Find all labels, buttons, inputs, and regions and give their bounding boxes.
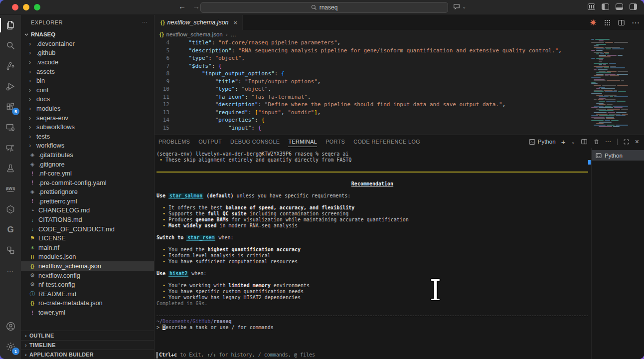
workspace-root-row[interactable]: RNASEQ bbox=[21, 29, 154, 39]
folder-item-tests[interactable]: ›tests bbox=[21, 132, 154, 141]
panel-more-actions-icon[interactable]: ⋯ bbox=[605, 138, 612, 145]
navigate-forward-button[interactable]: → bbox=[192, 2, 200, 10]
activitybar-remote-explorer[interactable] bbox=[0, 117, 21, 138]
tab-nextflow-schema[interactable]: { } nextflow_schema.json × bbox=[155, 15, 243, 30]
file-item-modules.json[interactable]: {}modules.json bbox=[21, 252, 154, 262]
terminal-line: Use hisat2 when: bbox=[157, 271, 588, 277]
minimize-window-button[interactable] bbox=[23, 4, 29, 10]
toggle-panel-icon[interactable] bbox=[616, 3, 623, 10]
file-item-CITATIONS.md[interactable]: ↓CITATIONS.md bbox=[21, 215, 154, 224]
terminal-shell-label[interactable]: Python bbox=[529, 139, 556, 145]
zoom-window-button[interactable] bbox=[34, 4, 40, 10]
file-item-tower.yml[interactable]: !tower.yml bbox=[21, 308, 154, 317]
file-item-.prettierrc.yml[interactable]: !.prettierrc.yml bbox=[21, 196, 154, 206]
command-center-search[interactable]: rnaseq bbox=[200, 2, 448, 13]
nf-core-schema-icon[interactable] bbox=[589, 18, 597, 26]
file-item-CHANGELOG.md[interactable]: ◔CHANGELOG.md bbox=[21, 206, 154, 215]
line-number: 9 bbox=[155, 78, 169, 86]
activitybar-source-control[interactable] bbox=[0, 56, 21, 76]
sidebar-section-timeline[interactable]: ›TIMELINE bbox=[21, 340, 154, 350]
folder-item-workflows[interactable]: ›workflows bbox=[21, 141, 154, 151]
code-editor[interactable]: 4 "title": "nf-core/rnaseq pipeline para… bbox=[155, 39, 644, 135]
file-label: .prettierignore bbox=[38, 188, 78, 195]
folder-item-bin[interactable]: ›bin bbox=[21, 76, 154, 85]
panel-tab-ports[interactable]: PORTS bbox=[325, 136, 345, 147]
folder-item-vscode[interactable]: ›.vscode bbox=[21, 57, 154, 67]
activitybar-chat[interactable] bbox=[0, 138, 21, 158]
terminal-help-line: Ctrl+c to Exit, ↑/↓ for history, / comma… bbox=[157, 352, 588, 359]
file-item-README.md[interactable]: ⓘREADME.md bbox=[21, 289, 154, 299]
new-terminal-button[interactable]: + bbox=[561, 138, 566, 146]
file-item-.pre-commit-config.yaml[interactable]: !.pre-commit-config.yaml bbox=[21, 178, 154, 187]
panel-tab-code-reference-log[interactable]: CODE REFERENCE LOG bbox=[353, 136, 420, 147]
close-panel-icon[interactable]: × bbox=[635, 138, 639, 146]
activitybar-more[interactable]: ⋯ bbox=[0, 260, 21, 281]
file-item-.gitattributes[interactable]: ◈.gitattributes bbox=[21, 150, 154, 160]
activitybar-run-debug[interactable] bbox=[0, 76, 21, 97]
outline-grid-icon[interactable] bbox=[604, 19, 611, 26]
customize-layout-icon[interactable] bbox=[588, 3, 595, 10]
file-item-LICENSE[interactable]: ⚑LICENSE bbox=[21, 233, 154, 243]
explorer-more-actions[interactable]: ⋯ bbox=[142, 19, 148, 25]
line-number: 11 bbox=[155, 93, 169, 101]
folder-item-subworkflows[interactable]: ›subworkflows bbox=[21, 122, 154, 132]
kill-terminal-icon[interactable] bbox=[593, 138, 600, 145]
activitybar-explorer[interactable] bbox=[0, 15, 21, 35]
file-item-CODE_OF_CONDUCT.md[interactable]: ↓CODE_OF_CONDUCT.md bbox=[21, 224, 154, 234]
minimap[interactable] bbox=[590, 39, 628, 135]
navigate-back-button[interactable]: ← bbox=[178, 2, 186, 10]
folder-item-docs[interactable]: ›docs bbox=[21, 95, 154, 104]
panel-tab-problems[interactable]: PROBLEMS bbox=[159, 136, 190, 147]
code-line-11: 11 "fa_icon": "fas fa-terminal", bbox=[155, 93, 644, 101]
split-editor-icon[interactable] bbox=[618, 19, 625, 26]
folder-item-conf[interactable]: ›conf bbox=[21, 85, 154, 95]
activitybar-aws[interactable]: aws bbox=[0, 179, 21, 199]
code-line-12: 12 "description": "Define where the pipe… bbox=[155, 101, 644, 109]
activitybar-gitlens[interactable]: G bbox=[0, 219, 21, 240]
file-item-.prettierignore[interactable]: ◈.prettierignore bbox=[21, 187, 154, 197]
terminal[interactable]: (seqera-env) llewelyn-van-der-berg@KTW2Y… bbox=[155, 148, 591, 359]
file-item-main.nf[interactable]: ∗main.nf bbox=[21, 243, 154, 252]
file-item-ro-crate-metadata.json[interactable]: {}ro-crate-metadata.json bbox=[21, 299, 154, 308]
activitybar-project-manager[interactable] bbox=[0, 240, 21, 260]
toggle-secondary-sidebar-icon[interactable] bbox=[630, 3, 637, 10]
terminal-dropdown-chevron[interactable]: ⌄ bbox=[571, 139, 575, 145]
sidebar-section-application-builder[interactable]: ›APPLICATION BUILDER bbox=[21, 350, 154, 359]
folder-item-seqera-env[interactable]: ›seqera-env bbox=[21, 113, 154, 123]
file-item-.nf-core.yml[interactable]: !.nf-core.yml bbox=[21, 169, 154, 178]
maximize-panel-icon[interactable] bbox=[623, 139, 630, 145]
folder-label: bin bbox=[36, 77, 45, 84]
file-item-nf-test.config[interactable]: ⚙nf-test.config bbox=[21, 280, 154, 289]
settings-button[interactable]: 1 bbox=[0, 337, 21, 357]
activitybar-extensions[interactable]: 5 bbox=[0, 97, 21, 117]
file-item-nextflow_schema.json[interactable]: {}nextflow_schema.json bbox=[21, 261, 154, 271]
folder-item-devcontainer[interactable]: ›.devcontainer bbox=[21, 39, 154, 48]
terminal-list-item-python[interactable]: Python bbox=[592, 150, 644, 161]
file-item-nextflow.config[interactable]: ⚙nextflow.config bbox=[21, 271, 154, 280]
panel-tab-debug-console[interactable]: DEBUG CONSOLE bbox=[230, 136, 280, 147]
activitybar-testing[interactable] bbox=[0, 158, 21, 179]
activitybar-hex-tool[interactable] bbox=[0, 199, 21, 219]
editor-more-actions-icon[interactable]: ⋯ bbox=[632, 18, 640, 27]
folder-item-modules[interactable]: ›modules bbox=[21, 104, 154, 113]
breadcrumb[interactable]: { } nextflow_schema.json › … bbox=[155, 30, 644, 39]
sidebar-section-outline[interactable]: ›OUTLINE bbox=[21, 331, 154, 340]
close-window-button[interactable] bbox=[12, 4, 18, 10]
editor-scrollbar[interactable] bbox=[628, 39, 644, 135]
linked-squares-icon bbox=[5, 245, 15, 255]
folder-label: .devcontainer bbox=[36, 40, 75, 47]
panel-tab-output[interactable]: OUTPUT bbox=[198, 136, 222, 147]
panel-tab-terminal[interactable]: TERMINAL bbox=[288, 136, 317, 147]
folder-item-assets[interactable]: ›assets bbox=[21, 67, 154, 76]
vscode-window: ← → rnaseq ⌄ bbox=[0, 0, 644, 359]
activitybar-search[interactable] bbox=[0, 35, 21, 56]
toggle-primary-sidebar-icon[interactable] bbox=[602, 3, 609, 10]
chat-toggle[interactable]: ⌄ bbox=[453, 3, 466, 10]
folder-item-github[interactable]: ›.github bbox=[21, 48, 154, 58]
terminal-line: Use star_salmon (default) unless you hav… bbox=[157, 193, 588, 199]
split-terminal-icon[interactable] bbox=[581, 138, 588, 145]
close-tab-icon[interactable]: × bbox=[234, 19, 238, 26]
bottom-panel: PROBLEMSOUTPUTDEBUG CONSOLETERMINALPORTS… bbox=[155, 135, 644, 359]
file-item-.gitignore[interactable]: ◈.gitignore bbox=[21, 160, 154, 169]
accounts-button[interactable] bbox=[0, 316, 21, 337]
